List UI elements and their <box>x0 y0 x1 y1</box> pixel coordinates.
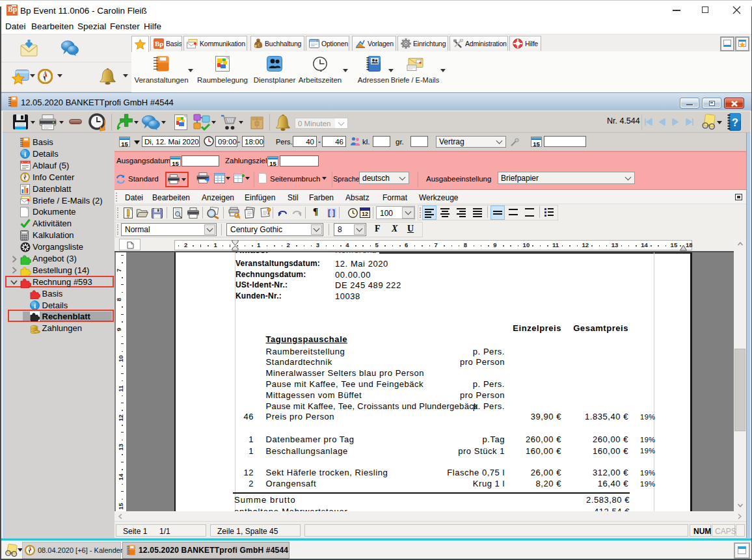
svg-text:€: € <box>258 42 260 48</box>
svg-text:12: 12 <box>362 211 368 217</box>
svg-text:i: i <box>24 150 26 158</box>
svg-text:?: ? <box>732 117 738 128</box>
svg-text:Bp: Bp <box>155 40 163 47</box>
svg-text:i: i <box>33 302 35 310</box>
